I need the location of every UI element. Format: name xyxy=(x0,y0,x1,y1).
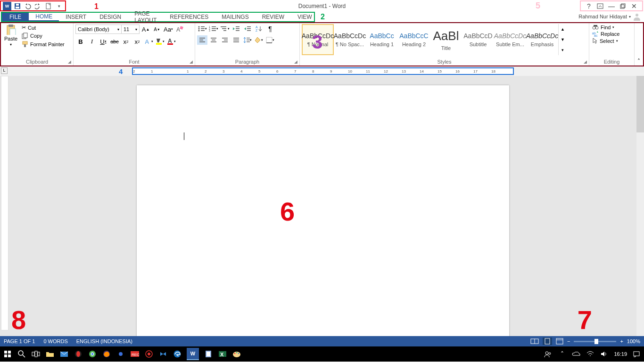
restore-icon[interactable] xyxy=(618,2,628,10)
style-subtitle[interactable]: AaBbCcDSubtitle xyxy=(462,24,494,55)
align-left-icon[interactable] xyxy=(197,35,207,45)
styles-down-icon[interactable]: ▼ xyxy=(559,34,567,45)
tab-view[interactable]: VIEW xyxy=(291,13,319,21)
ribbon-display-icon[interactable] xyxy=(595,2,605,10)
rec-icon[interactable]: REC xyxy=(130,349,140,359)
style-heading2[interactable]: AaBbCcCHeading 2 xyxy=(398,24,430,55)
styles-dialog-icon[interactable]: ◢ xyxy=(582,59,588,65)
font-dialog-icon[interactable]: ◢ xyxy=(188,59,194,65)
copy-button[interactable]: Copy xyxy=(21,32,66,40)
clipboard-dialog-icon[interactable]: ◢ xyxy=(66,59,72,65)
chrome-icon[interactable] xyxy=(88,349,97,359)
excel-icon[interactable]: X xyxy=(218,349,227,359)
explorer-icon[interactable] xyxy=(45,349,55,359)
clock[interactable]: 16:19 xyxy=(614,351,627,357)
collapse-ribbon-icon[interactable]: ˄ xyxy=(635,23,643,66)
font-size-select[interactable]: 11▾ xyxy=(122,25,140,34)
volume-icon[interactable] xyxy=(600,349,609,359)
app-dot-icon[interactable] xyxy=(116,349,125,359)
paragraph-dialog-icon[interactable]: ◢ xyxy=(293,59,298,65)
change-case-icon[interactable]: Aa▾ xyxy=(163,24,173,34)
minimize-icon[interactable]: — xyxy=(606,2,617,10)
undo-icon[interactable] xyxy=(24,2,32,10)
notepad-icon[interactable] xyxy=(204,349,213,359)
underline-button[interactable]: U▾ xyxy=(98,36,108,47)
style-heading1[interactable]: AaBbCcHeading 1 xyxy=(366,24,398,55)
onedrive-icon[interactable] xyxy=(571,349,581,359)
tab-file[interactable]: FILE xyxy=(2,13,29,21)
tab-insert[interactable]: INSERT xyxy=(59,13,93,21)
font-color-icon[interactable]: A▾ xyxy=(166,36,176,47)
tab-design[interactable]: DESIGN xyxy=(93,13,128,21)
strike-button[interactable]: abc xyxy=(109,36,120,47)
clear-format-icon[interactable]: A xyxy=(174,24,185,34)
dec-indent-icon[interactable] xyxy=(231,24,241,33)
numbering-icon[interactable]: 123▾ xyxy=(208,24,219,33)
notifications-icon[interactable] xyxy=(632,349,641,359)
tray-up-icon[interactable]: ˄ xyxy=(557,349,567,359)
taskview-icon[interactable] xyxy=(31,349,41,359)
language[interactable]: ENGLISH (INDONESIA) xyxy=(76,338,132,344)
close-icon[interactable]: ✕ xyxy=(629,2,639,10)
sort-icon[interactable]: AZ xyxy=(254,24,264,33)
style-title[interactable]: AaBlTitle xyxy=(430,24,462,55)
zoom-value[interactable]: 100% xyxy=(627,338,640,344)
opera-icon[interactable] xyxy=(74,349,83,359)
user-account[interactable]: Rahmad Nur Hidayat▾ xyxy=(578,12,641,21)
page[interactable] xyxy=(137,85,509,336)
tab-page-layout[interactable]: PAGE LAYOUT xyxy=(128,13,163,21)
superscript-button[interactable]: x2 xyxy=(132,36,142,47)
text-effects-icon[interactable]: A▾ xyxy=(143,36,154,47)
word-count[interactable]: 0 WORDS xyxy=(43,338,67,344)
bullets-icon[interactable]: ▾ xyxy=(197,24,207,33)
grow-font-icon[interactable]: A▲ xyxy=(140,24,151,34)
bold-button[interactable]: B xyxy=(75,36,86,47)
horizontal-ruler[interactable]: 21123456789101112131415161718 xyxy=(132,67,514,75)
cut-button[interactable]: ✂Cut xyxy=(21,24,66,31)
borders-icon[interactable]: ▾ xyxy=(265,35,275,45)
vertical-scrollbar[interactable] xyxy=(636,76,644,336)
web-layout-icon[interactable] xyxy=(556,338,563,345)
paste-button[interactable]: Paste ▾ xyxy=(3,24,19,47)
subscript-button[interactable]: x2 xyxy=(121,36,131,47)
styles-up-icon[interactable]: ▲ xyxy=(559,24,567,34)
font-name-select[interactable]: Calibri (Body)▾ xyxy=(75,25,122,34)
word-task-icon[interactable]: W xyxy=(187,348,199,360)
wifi-icon[interactable] xyxy=(586,349,595,359)
edge-icon[interactable] xyxy=(173,349,182,359)
mail-icon[interactable] xyxy=(59,349,69,359)
firefox-icon[interactable] xyxy=(102,349,111,359)
tab-selector-icon[interactable]: L xyxy=(1,67,8,74)
select-button[interactable]: Select▾ xyxy=(591,37,632,45)
print-layout-icon[interactable] xyxy=(543,337,552,345)
tab-home[interactable]: HOME xyxy=(29,13,59,21)
multilevel-icon[interactable]: ▾ xyxy=(220,24,230,33)
align-center-icon[interactable] xyxy=(208,35,219,45)
page-count[interactable]: PAGE 1 OF 1 xyxy=(4,338,35,344)
save-icon[interactable] xyxy=(13,2,22,10)
start-icon[interactable] xyxy=(3,349,12,359)
tab-mailings[interactable]: MAILINGS xyxy=(215,13,255,21)
line-spacing-icon[interactable]: ▾ xyxy=(242,35,253,45)
qat-more-icon[interactable]: ▾ xyxy=(55,2,63,10)
vs-icon[interactable] xyxy=(158,349,168,359)
show-marks-icon[interactable]: ¶ xyxy=(265,24,275,33)
new-doc-icon[interactable] xyxy=(44,2,53,10)
help-icon[interactable]: ? xyxy=(584,2,594,10)
shrink-font-icon[interactable]: A▼ xyxy=(152,24,162,34)
style-subtleem[interactable]: AaBbCcDcSubtle Em... xyxy=(494,24,526,55)
redo-icon[interactable] xyxy=(34,2,42,10)
italic-button[interactable]: I xyxy=(87,36,97,47)
highlight-icon[interactable]: ▾ xyxy=(155,36,165,47)
zoom-out-icon[interactable]: − xyxy=(567,338,570,344)
vertical-ruler[interactable] xyxy=(1,76,8,330)
tab-review[interactable]: REVIEW xyxy=(256,13,291,21)
style-nospac[interactable]: AaBbCcDc¶ No Spac... xyxy=(334,24,366,55)
format-painter-button[interactable]: Format Painter xyxy=(21,41,66,48)
find-button[interactable]: Find▾ xyxy=(591,24,632,31)
search-icon[interactable] xyxy=(17,349,26,359)
styles-more-icon[interactable]: ▾ xyxy=(559,45,567,55)
tab-references[interactable]: REFERENCES xyxy=(163,13,215,21)
record-circle-icon[interactable] xyxy=(144,349,154,359)
align-right-icon[interactable] xyxy=(220,35,230,45)
